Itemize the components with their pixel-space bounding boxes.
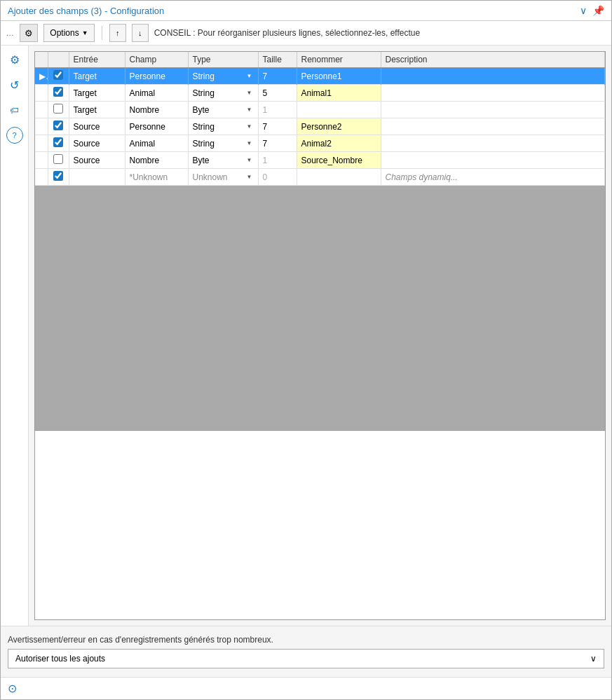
content-area: Entrée Champ Type Taille Renommer Descri…	[29, 46, 611, 626]
row-entree-cell: Source	[69, 118, 125, 135]
row-taille-cell: 7	[258, 68, 297, 85]
type-dropdown-arrow-icon[interactable]: ▼	[245, 107, 254, 113]
row-arrow-cell	[35, 102, 48, 118]
move-down-button[interactable]: ↓	[132, 24, 149, 42]
table-row[interactable]: ▶TargetPersonneString▼7Personne1	[35, 68, 605, 85]
type-dropdown-arrow-icon[interactable]: ▼	[245, 90, 254, 96]
bottom-area: Avertissement/erreur en cas d'enregistre…	[1, 626, 611, 677]
row-description-cell	[381, 135, 605, 152]
options-label: Options	[50, 28, 79, 38]
row-checkbox[interactable]	[53, 104, 63, 114]
row-type-cell[interactable]: String▼	[188, 118, 258, 135]
row-type-cell[interactable]: Unknown▼	[188, 169, 258, 186]
table-row[interactable]: TargetNombreByte▼1	[35, 102, 605, 118]
footer-check-icon[interactable]: ⊙	[8, 682, 17, 695]
row-checkbox-cell[interactable]	[48, 135, 69, 152]
row-renommer-cell[interactable]: Source_Nombre	[297, 152, 381, 169]
options-dropdown-icon: ▼	[82, 29, 88, 36]
col-type-header: Type	[188, 52, 258, 68]
row-taille-cell: 0	[258, 169, 297, 186]
row-checkbox-cell[interactable]	[48, 68, 69, 85]
gear-icon: ⚙	[25, 28, 33, 39]
type-dropdown-arrow-icon[interactable]: ▼	[245, 140, 254, 146]
col-arrow-header	[35, 52, 48, 68]
row-checkbox[interactable]	[53, 87, 63, 97]
table-row[interactable]: SourceNombreByte▼1Source_Nombre	[35, 152, 605, 169]
row-entree-cell: Source	[69, 152, 125, 169]
row-checkbox-cell[interactable]	[48, 102, 69, 118]
row-renommer-cell[interactable]: Personne2	[297, 118, 381, 135]
row-entree-cell: Target	[69, 68, 125, 85]
records-dropdown[interactable]: Autoriser tous les ajouts ∨	[8, 649, 604, 668]
type-dropdown-arrow-icon[interactable]: ▼	[245, 73, 254, 79]
main-content: ⚙ ↺ 🏷 ? Entrée Champ Type Taill	[1, 46, 611, 626]
row-type-value: String	[193, 71, 244, 81]
row-type-value: Unknown	[193, 172, 244, 182]
row-renommer-cell[interactable]: Animal1	[297, 85, 381, 102]
table-row[interactable]: SourceAnimalString▼7Animal2	[35, 135, 605, 152]
col-check-header	[48, 52, 69, 68]
gear-button[interactable]: ⚙	[20, 24, 38, 42]
row-description-cell	[381, 68, 605, 85]
row-checkbox-cell[interactable]	[48, 85, 69, 102]
side-refresh-icon[interactable]: ↺	[6, 76, 23, 93]
row-checkbox[interactable]	[53, 171, 63, 181]
data-table-container: Entrée Champ Type Taille Renommer Descri…	[34, 51, 606, 620]
row-champ-cell: Nombre	[125, 152, 188, 169]
row-type-value: Byte	[193, 156, 244, 165]
row-checkbox[interactable]	[53, 70, 63, 80]
pin-icon[interactable]: 📌	[592, 5, 604, 16]
side-tag-icon[interactable]: 🏷	[6, 102, 23, 118]
row-description-cell	[381, 152, 605, 169]
col-champ-header: Champ	[125, 52, 188, 68]
options-button[interactable]: Options ▼	[43, 24, 94, 42]
side-help-icon[interactable]: ?	[6, 127, 23, 144]
empty-table-area	[35, 186, 605, 431]
dropdown-value: Autoriser tous les ajouts	[15, 654, 105, 664]
type-dropdown-arrow-icon[interactable]: ▼	[245, 123, 254, 130]
row-type-cell[interactable]: String▼	[188, 135, 258, 152]
side-gear-icon[interactable]: ⚙	[6, 51, 23, 68]
table-row[interactable]: *UnknownUnknown▼0Champs dynamiq...	[35, 169, 605, 186]
row-type-cell[interactable]: Byte▼	[188, 102, 258, 118]
row-type-cell[interactable]: String▼	[188, 68, 258, 85]
row-renommer-cell[interactable]: Personne1	[297, 68, 381, 85]
window-title: Ajouter des champs (3) - Configuration	[8, 6, 164, 16]
row-arrow-cell	[35, 85, 48, 102]
row-type-value: String	[193, 122, 244, 132]
row-type-cell[interactable]: Byte▼	[188, 152, 258, 169]
row-taille-cell: 7	[258, 118, 297, 135]
move-up-button[interactable]: ↑	[109, 24, 126, 42]
row-champ-cell: Animal	[125, 135, 188, 152]
row-renommer-cell[interactable]	[297, 102, 381, 118]
row-arrow-cell: ▶	[35, 68, 48, 85]
row-checkbox-cell[interactable]	[48, 152, 69, 169]
collapse-icon[interactable]: ∨	[580, 5, 587, 16]
row-renommer-cell[interactable]	[297, 169, 381, 186]
row-checkbox[interactable]	[53, 154, 63, 164]
row-taille-cell: 1	[258, 152, 297, 169]
row-checkbox-cell[interactable]	[48, 118, 69, 135]
type-dropdown-arrow-icon[interactable]: ▼	[245, 174, 254, 180]
dots-menu[interactable]: ...	[6, 29, 14, 37]
table-row[interactable]: SourcePersonneString▼7Personne2	[35, 118, 605, 135]
col-taille-header: Taille	[258, 52, 297, 68]
unknown-champ-value: *Unknown	[130, 172, 168, 182]
title-icons: ∨ 📌	[580, 5, 604, 16]
row-taille-cell: 7	[258, 135, 297, 152]
table-header-row: Entrée Champ Type Taille Renommer Descri…	[35, 52, 605, 68]
row-champ-cell: Nombre	[125, 102, 188, 118]
col-entree-header: Entrée	[69, 52, 125, 68]
type-dropdown-arrow-icon[interactable]: ▼	[245, 157, 254, 163]
row-checkbox[interactable]	[53, 137, 63, 147]
table-row[interactable]: TargetAnimalString▼5Animal1	[35, 85, 605, 102]
row-type-cell[interactable]: String▼	[188, 85, 258, 102]
row-entree-cell: Target	[69, 85, 125, 102]
row-description-cell	[381, 118, 605, 135]
row-checkbox-cell[interactable]	[48, 169, 69, 186]
row-checkbox[interactable]	[53, 121, 63, 130]
row-champ-cell: Personne	[125, 118, 188, 135]
row-renommer-cell[interactable]: Animal2	[297, 135, 381, 152]
row-arrow-cell	[35, 152, 48, 169]
data-table: Entrée Champ Type Taille Renommer Descri…	[35, 52, 605, 186]
